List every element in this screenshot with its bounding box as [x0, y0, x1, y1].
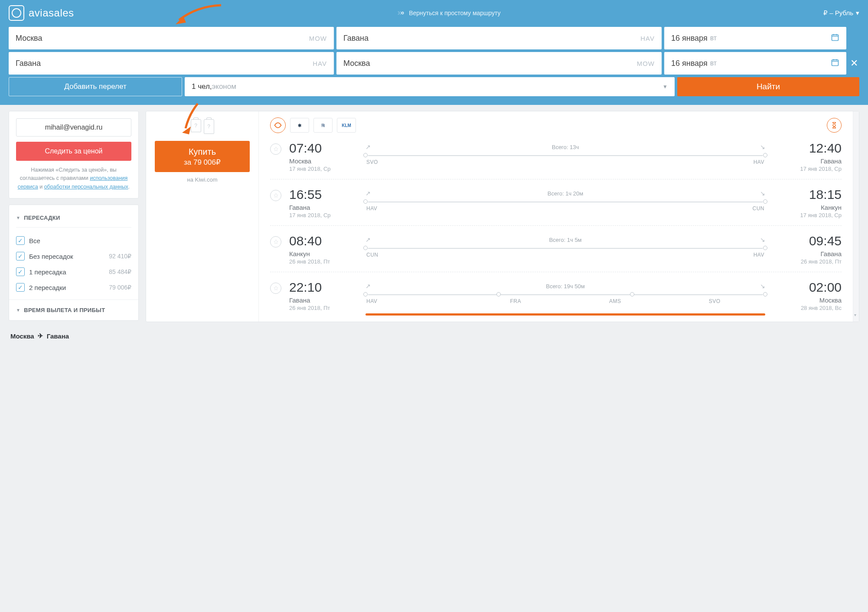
svg-rect-1 [832, 35, 839, 40]
filter-time-title: ВРЕМЯ ВЫЛЕТА И ПРИБЫТ [24, 307, 105, 313]
passengers-select[interactable]: 1 чел, эконом ▼ [185, 77, 675, 96]
route-icon [397, 9, 405, 17]
pax-class: эконом [212, 82, 236, 91]
remove-segment-button[interactable]: ✕ [849, 58, 859, 69]
chevron-down-icon: ▾ [856, 9, 859, 17]
date-field[interactable]: 16 январявт [664, 52, 846, 75]
from-field[interactable]: ГаванаHAV [9, 52, 334, 75]
filter-price: 92 410₽ [109, 253, 131, 260]
dep-date: 17 янв 2018, Ср [289, 166, 354, 172]
arr-city: Гавана [777, 250, 842, 257]
arr-time: 02:00 [777, 280, 842, 295]
airport-code: HAV [640, 35, 655, 42]
date-field[interactable]: 16 январявт [664, 27, 846, 49]
dep-date: 26 янв 2018, Пт [289, 305, 354, 311]
privacy-link[interactable]: обработки персональных данных [44, 184, 128, 190]
simple-route-label: Вернуться к простому маршруту [409, 10, 500, 16]
duration: Всего: 13ч [371, 144, 760, 150]
airport-code: HAV [313, 60, 327, 67]
brand-text: aviasales [29, 7, 74, 19]
checkbox-icon: ✓ [16, 283, 25, 292]
flight-segment: 08:40 Канкун 26 янв 2018, Пт ↗ Всего: 1ч… [270, 226, 842, 272]
airport-code: MOW [637, 60, 655, 67]
filter-option[interactable]: ✓ Все [16, 233, 131, 248]
filter-stops-title: ПЕРЕСАДКИ [24, 215, 60, 221]
plane-icon: ✈ [38, 332, 43, 340]
flight-segment: 07:40 Москва 17 янв 2018, Ср ↗ Всего: 13… [270, 133, 842, 179]
filter-option[interactable]: ✓ 1 пересадка 85 484₽ [16, 264, 131, 280]
filter-label: 2 пересадки [29, 284, 66, 291]
dep-time: 08:40 [289, 234, 354, 248]
route-summary: Москва ✈ Гавана [9, 327, 139, 340]
duration: Всего: 1ч 5м [371, 237, 760, 243]
airport-code: CUN [366, 252, 565, 258]
arr-date: 26 янв 2018, Пт [777, 258, 842, 265]
to-field[interactable]: ГаванаHAV [336, 27, 662, 49]
takeoff-icon: ↗ [365, 236, 371, 243]
landing-icon: ↘ [760, 236, 765, 243]
search-button[interactable]: Найти [677, 77, 859, 96]
brand-icon [9, 5, 24, 21]
dep-date: 26 янв 2018, Пт [289, 258, 354, 265]
filter-label: Без пересадок [29, 253, 73, 260]
watch-price-button[interactable]: Следить за ценой [16, 142, 131, 161]
route-track [365, 293, 765, 296]
airport-code: HAV [366, 298, 466, 304]
dep-city: Москва [289, 157, 354, 165]
airport-code: MOW [309, 35, 327, 42]
calendar-icon [831, 58, 839, 69]
calendar-icon [831, 33, 839, 44]
filter-price: 85 484₽ [109, 268, 131, 275]
filter-label: 1 пересадка [29, 268, 66, 276]
checkbox-icon: ✓ [16, 252, 25, 260]
landing-icon: ↘ [760, 283, 765, 290]
takeoff-icon: ↗ [365, 283, 371, 290]
filter-price: 79 006₽ [109, 284, 131, 291]
checkbox-icon: ✓ [16, 267, 25, 276]
from-field[interactable]: МоскваMOW [9, 27, 334, 49]
carryon-icon: ? [191, 119, 201, 132]
buy-button[interactable]: Купить за 79 006₽ [155, 141, 250, 172]
currency-select[interactable]: ₽ – Рубль ▾ [823, 9, 859, 17]
airport-code: CUN [565, 205, 764, 212]
chevron-down-icon: ▼ [16, 308, 20, 313]
pin-button[interactable] [270, 190, 281, 201]
filter-time-toggle[interactable]: ▼ ВРЕМЯ ВЫЛЕТА И ПРИБЫТ [16, 304, 131, 313]
add-flight-button[interactable]: Добавить перелет [9, 77, 182, 96]
ticket-scrollbar[interactable] [853, 111, 859, 322]
legal-text: Нажимая «Следить за ценой», вы соглашает… [16, 166, 131, 191]
route-track [365, 200, 765, 203]
brand[interactable]: aviasales [9, 5, 74, 21]
dep-time: 22:10 [289, 280, 354, 295]
arr-time: 18:15 [777, 187, 842, 202]
pin-button[interactable] [270, 236, 281, 247]
chevron-down-icon: ▼ [662, 84, 668, 90]
landing-icon: ↘ [760, 190, 765, 197]
filter-option[interactable]: ✓ Без пересадок 92 410₽ [16, 248, 131, 264]
baggage-icon: ? [204, 119, 214, 134]
to-field[interactable]: МоскваMOW [336, 52, 662, 75]
airport-code: HAV [565, 252, 764, 258]
arr-city: Канкун [777, 204, 842, 211]
svg-point-0 [401, 12, 404, 14]
email-field[interactable] [16, 118, 131, 137]
dep-date: 17 янв 2018, Ср [289, 212, 354, 218]
airport-code: SVO [366, 159, 565, 165]
vendor-label: на Kiwi.com [155, 176, 250, 183]
currency-label: ₽ – Рубль [823, 9, 853, 17]
airline-interjet-icon: ✱ [290, 118, 309, 133]
ticket-card: ? ? Купить за 79 006₽ на Kiwi.com ✱ ⾶ KL… [146, 111, 859, 322]
pin-button[interactable] [270, 283, 281, 294]
simple-route-link[interactable]: Вернуться к простому маршруту [397, 9, 500, 17]
duration: Всего: 19ч 50м [371, 283, 760, 290]
airport-code: FRA [466, 298, 566, 304]
pin-button[interactable] [270, 143, 281, 155]
filter-option[interactable]: ✓ 2 пересадки 79 006₽ [16, 280, 131, 295]
route-track [365, 247, 765, 249]
filter-stops-toggle[interactable]: ▼ ПЕРЕСАДКИ [16, 212, 131, 228]
buy-price: за 79 006₽ [159, 158, 245, 167]
dep-time: 16:55 [289, 187, 354, 202]
airport-code: SVO [665, 298, 765, 304]
duration: Всего: 1ч 20м [371, 190, 760, 197]
airline-klm-icon: KLM [337, 118, 356, 133]
